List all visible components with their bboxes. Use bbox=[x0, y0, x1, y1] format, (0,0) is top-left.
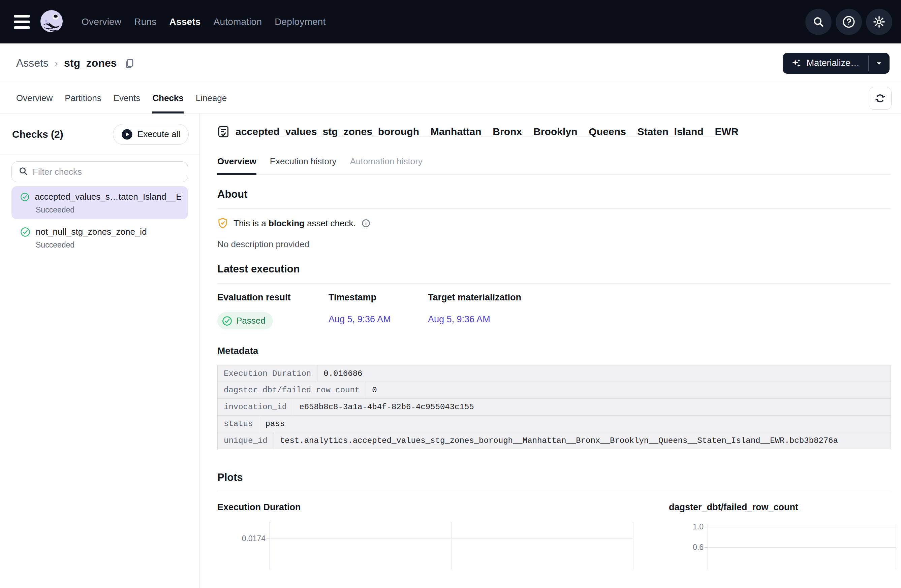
refresh-icon[interactable] bbox=[869, 87, 892, 110]
filter-checks-input[interactable] bbox=[11, 161, 188, 182]
tab-check-overview[interactable]: Overview bbox=[217, 149, 256, 174]
gridline bbox=[708, 547, 896, 548]
y-axis-line bbox=[270, 522, 270, 569]
primary-nav: Overview Runs Assets Automation Deployme… bbox=[81, 17, 326, 27]
tab-checks[interactable]: Checks bbox=[152, 83, 184, 113]
about-heading: About bbox=[217, 188, 891, 201]
play-circle-icon bbox=[121, 129, 133, 140]
nav-item-runs[interactable]: Runs bbox=[134, 17, 156, 27]
gridline bbox=[633, 522, 633, 569]
latest-execution-heading: Latest execution bbox=[217, 263, 891, 275]
copy-icon[interactable] bbox=[124, 58, 135, 69]
metadata-value: e658b8c8-3a1a-4b4f-82b6-4c955043c155 bbox=[293, 399, 890, 415]
page-title: stg_zones bbox=[64, 57, 117, 69]
metadata-value: test.analytics.accepted_values_stg_zones… bbox=[274, 432, 890, 449]
check-status: Succeeded bbox=[36, 240, 181, 250]
breadcrumb-assets-link[interactable]: Assets bbox=[16, 57, 48, 69]
col-timestamp: Timestamp bbox=[329, 292, 428, 303]
col-target-materialization: Target materialization bbox=[428, 292, 521, 303]
gridline bbox=[270, 538, 633, 539]
gridline bbox=[451, 522, 452, 569]
asset-check-icon bbox=[217, 125, 229, 138]
table-row: invocation_id e658b8c8-3a1a-4b4f-82b6-4c… bbox=[217, 399, 891, 415]
gridline bbox=[896, 524, 896, 569]
plots-heading: Plots bbox=[217, 471, 891, 484]
breadcrumb-row: Assets › stg_zones Materialize… bbox=[0, 44, 901, 83]
nav-item-overview[interactable]: Overview bbox=[81, 17, 121, 27]
table-row: status pass bbox=[217, 415, 891, 432]
metadata-key: Execution Duration bbox=[218, 366, 317, 381]
search-icon bbox=[18, 166, 28, 177]
y-tick-mark bbox=[705, 527, 708, 527]
check-list: accepted_values_s…taten_Island__EWR Succ… bbox=[0, 186, 200, 256]
timestamp-link[interactable]: Aug 5, 9:36 AM bbox=[329, 314, 391, 325]
passed-badge: Passed bbox=[217, 312, 273, 329]
check-detail-title: accepted_values_stg_zones_borough__Manha… bbox=[235, 126, 739, 137]
execute-all-button[interactable]: Execute all bbox=[113, 124, 189, 145]
tab-execution-history[interactable]: Execution history bbox=[270, 149, 337, 174]
help-icon[interactable] bbox=[836, 9, 862, 35]
settings-icon[interactable] bbox=[866, 9, 892, 35]
check-detail-tabs: Overview Execution history Automation hi… bbox=[217, 149, 891, 175]
y-tick-label: 1.0 bbox=[673, 522, 703, 531]
table-row: unique_id test.analytics.accepted_values… bbox=[217, 432, 891, 449]
check-circle-icon bbox=[222, 316, 232, 326]
metadata-key: unique_id bbox=[218, 432, 274, 449]
chart-title-failed-row-count: dagster_dbt/failed_row_count bbox=[669, 502, 798, 513]
table-row: dagster_dbt/failed_row_count 0 bbox=[217, 382, 891, 399]
nav-item-automation[interactable]: Automation bbox=[214, 17, 262, 27]
metadata-key: dagster_dbt/failed_row_count bbox=[218, 382, 366, 398]
metadata-value: pass bbox=[259, 415, 890, 432]
check-status: Succeeded bbox=[36, 205, 181, 215]
tab-overview[interactable]: Overview bbox=[16, 83, 53, 113]
chevron-right-icon: › bbox=[55, 58, 58, 69]
metadata-value: 0.016686 bbox=[317, 366, 890, 381]
gridline bbox=[708, 527, 896, 527]
check-list-item[interactable]: not_null_stg_zones_zone_id Succeeded bbox=[11, 221, 188, 254]
y-tick-mark bbox=[267, 538, 270, 539]
check-name: not_null_stg_zones_zone_id bbox=[36, 227, 147, 237]
check-list-item[interactable]: accepted_values_s…taten_Island__EWR Succ… bbox=[11, 186, 188, 219]
nav-item-deployment[interactable]: Deployment bbox=[274, 17, 326, 27]
materialize-label: Materialize… bbox=[806, 58, 860, 68]
sparkle-icon bbox=[792, 58, 801, 68]
y-tick-mark bbox=[705, 547, 708, 548]
check-detail-panel: accepted_values_stg_zones_borough__Manha… bbox=[200, 114, 901, 588]
y-tick-label: 0.0174 bbox=[235, 534, 265, 543]
chevron-down-icon bbox=[875, 60, 883, 67]
chart-title-execution-duration: Execution Duration bbox=[217, 502, 301, 513]
asset-tabs-row: Overview Partitions Events Checks Lineag… bbox=[0, 83, 901, 114]
table-row: Execution Duration 0.016686 bbox=[217, 365, 891, 382]
blocking-text: This is a blocking asset check. bbox=[234, 218, 356, 229]
metadata-key: invocation_id bbox=[218, 399, 293, 415]
description-text: No description provided bbox=[217, 239, 891, 250]
dagster-logo-icon[interactable] bbox=[38, 8, 65, 36]
check-name: accepted_values_s…taten_Island__EWR bbox=[35, 191, 181, 202]
materialize-dropdown-button[interactable] bbox=[869, 53, 890, 74]
metadata-table: Execution Duration 0.016686 dagster_dbt/… bbox=[217, 365, 891, 449]
tab-events[interactable]: Events bbox=[114, 83, 140, 113]
metadata-value: 0 bbox=[366, 382, 890, 398]
checks-count-heading: Checks (2) bbox=[12, 129, 63, 140]
y-axis-line bbox=[708, 524, 708, 569]
metadata-heading: Metadata bbox=[217, 345, 891, 356]
materialize-button[interactable]: Materialize… bbox=[783, 53, 868, 74]
tab-automation-history[interactable]: Automation history bbox=[350, 149, 422, 174]
shield-check-icon bbox=[217, 218, 228, 229]
info-icon[interactable] bbox=[361, 219, 371, 228]
col-evaluation-result: Evaluation result bbox=[217, 292, 329, 303]
checks-sidebar: Checks (2) Execute all bbox=[0, 114, 200, 588]
y-tick-label: 0.6 bbox=[673, 543, 703, 552]
nav-item-assets[interactable]: Assets bbox=[169, 17, 201, 27]
check-circle-icon bbox=[20, 227, 30, 237]
target-materialization-link[interactable]: Aug 5, 9:36 AM bbox=[428, 314, 490, 325]
breadcrumb: Assets › stg_zones bbox=[16, 57, 135, 69]
divider bbox=[217, 208, 891, 209]
tab-partitions[interactable]: Partitions bbox=[65, 83, 101, 113]
top-nav: Overview Runs Assets Automation Deployme… bbox=[0, 0, 901, 44]
menu-icon[interactable] bbox=[14, 13, 32, 31]
search-icon[interactable] bbox=[805, 9, 832, 35]
tab-lineage[interactable]: Lineage bbox=[196, 83, 227, 113]
divider bbox=[217, 492, 891, 492]
plots-area: Execution Duration 0.0174 dagster_dbt/fa… bbox=[217, 502, 891, 559]
